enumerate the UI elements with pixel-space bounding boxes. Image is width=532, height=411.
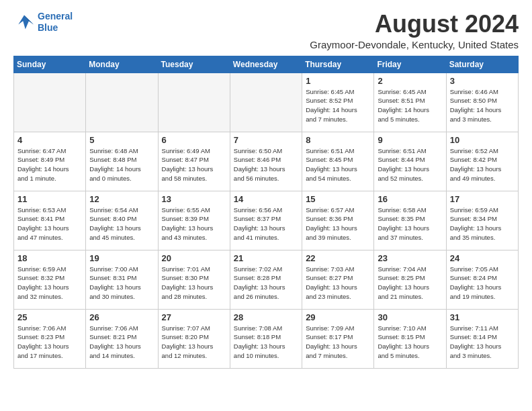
- location-subtitle: Graymoor-Devondale, Kentucky, United Sta…: [310, 39, 519, 50]
- day-number: 2: [378, 76, 443, 86]
- calendar-cell: 29Sunrise: 7:09 AM Sunset: 8:17 PM Dayli…: [302, 309, 374, 368]
- day-number: 14: [234, 194, 299, 204]
- calendar-cell: 16Sunrise: 6:58 AM Sunset: 8:35 PM Dayli…: [374, 191, 446, 250]
- day-info: Sunrise: 6:59 AM Sunset: 8:34 PM Dayligh…: [450, 205, 515, 242]
- calendar-cell: 26Sunrise: 7:06 AM Sunset: 8:21 PM Dayli…: [86, 309, 158, 368]
- day-number: 9: [378, 135, 443, 145]
- day-info: Sunrise: 7:02 AM Sunset: 8:28 PM Dayligh…: [234, 265, 299, 302]
- day-number: 12: [89, 194, 154, 204]
- calendar-cell: 19Sunrise: 7:00 AM Sunset: 8:31 PM Dayli…: [86, 250, 158, 309]
- calendar-header-tuesday: Tuesday: [158, 56, 230, 73]
- calendar-header-friday: Friday: [374, 56, 446, 73]
- calendar-cell: 18Sunrise: 6:59 AM Sunset: 8:32 PM Dayli…: [14, 250, 86, 309]
- day-number: 16: [378, 194, 443, 204]
- day-number: 1: [306, 76, 371, 86]
- logo-icon: [13, 13, 35, 32]
- calendar-week-row-2: 4Sunrise: 6:47 AM Sunset: 8:49 PM Daylig…: [14, 132, 519, 191]
- calendar-cell: 24Sunrise: 7:05 AM Sunset: 8:24 PM Dayli…: [446, 250, 518, 309]
- day-number: 11: [17, 194, 83, 204]
- calendar-cell: 27Sunrise: 7:07 AM Sunset: 8:20 PM Dayli…: [158, 309, 230, 368]
- day-info: Sunrise: 6:50 AM Sunset: 8:46 PM Dayligh…: [234, 146, 299, 183]
- day-info: Sunrise: 7:06 AM Sunset: 8:23 PM Dayligh…: [17, 324, 83, 361]
- calendar-cell: 3Sunrise: 6:46 AM Sunset: 8:50 PM Daylig…: [446, 73, 518, 132]
- day-number: 24: [450, 253, 515, 263]
- logo-text: General Blue: [38, 11, 73, 34]
- calendar-cell: 22Sunrise: 7:03 AM Sunset: 8:27 PM Dayli…: [302, 250, 374, 309]
- calendar-cell: 23Sunrise: 7:04 AM Sunset: 8:25 PM Dayli…: [374, 250, 446, 309]
- calendar-cell: 14Sunrise: 6:56 AM Sunset: 8:37 PM Dayli…: [230, 191, 302, 250]
- calendar-cell: 11Sunrise: 6:53 AM Sunset: 8:41 PM Dayli…: [14, 191, 86, 250]
- day-number: 31: [450, 312, 515, 322]
- logo: General Blue: [13, 11, 73, 34]
- day-info: Sunrise: 6:54 AM Sunset: 8:40 PM Dayligh…: [89, 205, 154, 242]
- calendar-cell: 6Sunrise: 6:49 AM Sunset: 8:47 PM Daylig…: [158, 132, 230, 191]
- day-number: 21: [234, 253, 299, 263]
- day-number: 27: [162, 312, 227, 322]
- calendar-cell: 5Sunrise: 6:48 AM Sunset: 8:48 PM Daylig…: [86, 132, 158, 191]
- day-info: Sunrise: 6:56 AM Sunset: 8:37 PM Dayligh…: [234, 205, 299, 242]
- day-number: 26: [89, 312, 154, 322]
- calendar-table: SundayMondayTuesdayWednesdayThursdayFrid…: [13, 56, 519, 369]
- day-info: Sunrise: 6:51 AM Sunset: 8:45 PM Dayligh…: [306, 146, 371, 183]
- day-info: Sunrise: 6:51 AM Sunset: 8:44 PM Dayligh…: [378, 146, 443, 183]
- day-number: 20: [162, 253, 227, 263]
- day-info: Sunrise: 6:53 AM Sunset: 8:41 PM Dayligh…: [17, 205, 83, 242]
- calendar-cell: 31Sunrise: 7:11 AM Sunset: 8:14 PM Dayli…: [446, 309, 518, 368]
- calendar-cell: 8Sunrise: 6:51 AM Sunset: 8:45 PM Daylig…: [302, 132, 374, 191]
- calendar-header-row: SundayMondayTuesdayWednesdayThursdayFrid…: [14, 56, 519, 73]
- day-info: Sunrise: 7:05 AM Sunset: 8:24 PM Dayligh…: [450, 265, 515, 302]
- day-info: Sunrise: 6:48 AM Sunset: 8:48 PM Dayligh…: [89, 146, 154, 183]
- calendar-cell: 20Sunrise: 7:01 AM Sunset: 8:30 PM Dayli…: [158, 250, 230, 309]
- calendar-week-row-1: 1Sunrise: 6:45 AM Sunset: 8:52 PM Daylig…: [14, 73, 519, 132]
- day-info: Sunrise: 7:00 AM Sunset: 8:31 PM Dayligh…: [89, 265, 154, 302]
- month-title: August 2024: [310, 11, 519, 38]
- day-info: Sunrise: 6:45 AM Sunset: 8:51 PM Dayligh…: [378, 87, 443, 124]
- day-info: Sunrise: 7:11 AM Sunset: 8:14 PM Dayligh…: [450, 324, 515, 361]
- day-number: 3: [450, 76, 515, 86]
- calendar-cell: 10Sunrise: 6:52 AM Sunset: 8:42 PM Dayli…: [446, 132, 518, 191]
- day-info: Sunrise: 7:03 AM Sunset: 8:27 PM Dayligh…: [306, 265, 371, 302]
- calendar-cell: [230, 73, 302, 132]
- day-number: 19: [89, 253, 154, 263]
- day-info: Sunrise: 6:55 AM Sunset: 8:39 PM Dayligh…: [162, 205, 227, 242]
- day-number: 5: [89, 135, 154, 145]
- calendar-cell: [14, 73, 86, 132]
- day-info: Sunrise: 7:08 AM Sunset: 8:18 PM Dayligh…: [234, 324, 299, 361]
- calendar-cell: 30Sunrise: 7:10 AM Sunset: 8:15 PM Dayli…: [374, 309, 446, 368]
- calendar-cell: 15Sunrise: 6:57 AM Sunset: 8:36 PM Dayli…: [302, 191, 374, 250]
- calendar-header-saturday: Saturday: [446, 56, 518, 73]
- calendar-week-row-5: 25Sunrise: 7:06 AM Sunset: 8:23 PM Dayli…: [14, 309, 519, 368]
- day-info: Sunrise: 7:09 AM Sunset: 8:17 PM Dayligh…: [306, 324, 371, 361]
- calendar-cell: 13Sunrise: 6:55 AM Sunset: 8:39 PM Dayli…: [158, 191, 230, 250]
- day-number: 23: [378, 253, 443, 263]
- calendar-cell: 9Sunrise: 6:51 AM Sunset: 8:44 PM Daylig…: [374, 132, 446, 191]
- day-number: 13: [162, 194, 227, 204]
- calendar-week-row-3: 11Sunrise: 6:53 AM Sunset: 8:41 PM Dayli…: [14, 191, 519, 250]
- calendar-header-thursday: Thursday: [302, 56, 374, 73]
- day-number: 22: [306, 253, 371, 263]
- calendar-cell: 2Sunrise: 6:45 AM Sunset: 8:51 PM Daylig…: [374, 73, 446, 132]
- day-number: 15: [306, 194, 371, 204]
- calendar-cell: 7Sunrise: 6:50 AM Sunset: 8:46 PM Daylig…: [230, 132, 302, 191]
- day-info: Sunrise: 7:04 AM Sunset: 8:25 PM Dayligh…: [378, 265, 443, 302]
- day-number: 30: [378, 312, 443, 322]
- calendar-cell: [86, 73, 158, 132]
- day-number: 18: [17, 253, 83, 263]
- day-number: 6: [162, 135, 227, 145]
- day-info: Sunrise: 7:10 AM Sunset: 8:15 PM Dayligh…: [378, 324, 443, 361]
- day-info: Sunrise: 7:07 AM Sunset: 8:20 PM Dayligh…: [162, 324, 227, 361]
- day-number: 29: [306, 312, 371, 322]
- day-info: Sunrise: 6:52 AM Sunset: 8:42 PM Dayligh…: [450, 146, 515, 183]
- day-number: 4: [17, 135, 83, 145]
- calendar-cell: [158, 73, 230, 132]
- calendar-cell: 28Sunrise: 7:08 AM Sunset: 8:18 PM Dayli…: [230, 309, 302, 368]
- calendar-week-row-4: 18Sunrise: 6:59 AM Sunset: 8:32 PM Dayli…: [14, 250, 519, 309]
- calendar-cell: 21Sunrise: 7:02 AM Sunset: 8:28 PM Dayli…: [230, 250, 302, 309]
- day-info: Sunrise: 7:06 AM Sunset: 8:21 PM Dayligh…: [89, 324, 154, 361]
- calendar-cell: 17Sunrise: 6:59 AM Sunset: 8:34 PM Dayli…: [446, 191, 518, 250]
- calendar-cell: 25Sunrise: 7:06 AM Sunset: 8:23 PM Dayli…: [14, 309, 86, 368]
- calendar-cell: 4Sunrise: 6:47 AM Sunset: 8:49 PM Daylig…: [14, 132, 86, 191]
- day-number: 7: [234, 135, 299, 145]
- day-number: 25: [17, 312, 83, 322]
- day-number: 28: [234, 312, 299, 322]
